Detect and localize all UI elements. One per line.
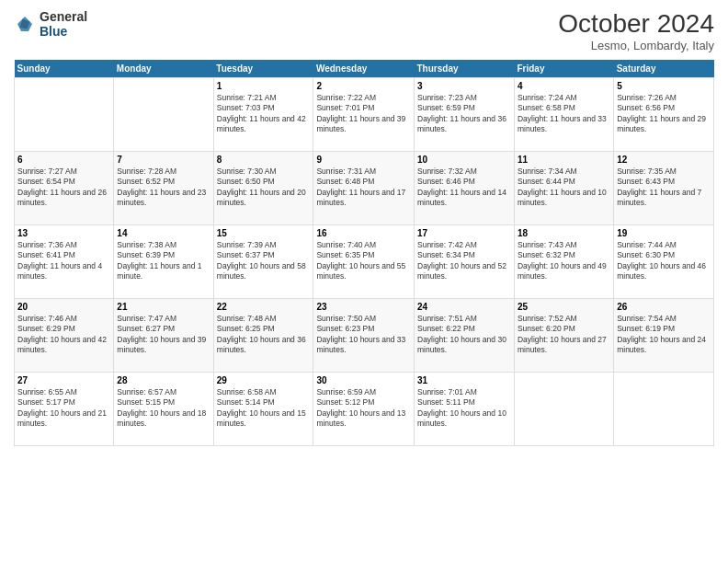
day-info: Sunrise: 7:01 AM Sunset: 5:11 PM Dayligh… xyxy=(417,387,511,430)
calendar-cell xyxy=(15,78,114,152)
day-info: Sunrise: 7:32 AM Sunset: 6:46 PM Dayligh… xyxy=(417,167,511,209)
day-number: 11 xyxy=(518,155,610,165)
day-info: Sunrise: 7:43 AM Sunset: 6:32 PM Dayligh… xyxy=(518,240,610,282)
location: Lesmo, Lombardy, Italy xyxy=(558,39,714,52)
calendar-cell: 31Sunrise: 7:01 AM Sunset: 5:11 PM Dayli… xyxy=(415,373,515,446)
day-number: 6 xyxy=(17,155,110,165)
day-info: Sunrise: 7:42 AM Sunset: 6:34 PM Dayligh… xyxy=(417,240,511,282)
day-info: Sunrise: 7:30 AM Sunset: 6:50 PM Dayligh… xyxy=(217,167,311,209)
calendar-cell: 13Sunrise: 7:36 AM Sunset: 6:41 PM Dayli… xyxy=(15,225,114,299)
day-number: 9 xyxy=(316,155,411,165)
day-number: 2 xyxy=(316,81,411,91)
logo-general: General xyxy=(40,9,87,24)
calendar-cell: 23Sunrise: 7:50 AM Sunset: 6:23 PM Dayli… xyxy=(313,299,415,373)
day-info: Sunrise: 7:38 AM Sunset: 6:39 PM Dayligh… xyxy=(117,240,210,282)
day-number: 16 xyxy=(316,228,411,238)
calendar-cell: 3Sunrise: 7:23 AM Sunset: 6:59 PM Daylig… xyxy=(415,78,515,152)
calendar-cell: 22Sunrise: 7:48 AM Sunset: 6:25 PM Dayli… xyxy=(213,299,313,373)
day-info: Sunrise: 6:58 AM Sunset: 5:14 PM Dayligh… xyxy=(217,387,311,430)
day-number: 24 xyxy=(417,302,511,312)
calendar-cell: 12Sunrise: 7:35 AM Sunset: 6:43 PM Dayli… xyxy=(614,152,714,225)
weekday-header: Wednesday xyxy=(313,60,415,78)
calendar-cell: 11Sunrise: 7:34 AM Sunset: 6:44 PM Dayli… xyxy=(514,152,613,225)
month-title: October 2024 xyxy=(558,9,714,39)
day-number: 3 xyxy=(417,81,511,91)
calendar-table: SundayMondayTuesdayWednesdayThursdayFrid… xyxy=(14,60,714,446)
logo: General Blue xyxy=(14,9,87,39)
weekday-header: Sunday xyxy=(15,60,114,78)
day-number: 29 xyxy=(217,375,311,385)
calendar-week-row: 1Sunrise: 7:21 AM Sunset: 7:03 PM Daylig… xyxy=(15,78,714,152)
day-info: Sunrise: 7:23 AM Sunset: 6:59 PM Dayligh… xyxy=(417,93,511,135)
day-info: Sunrise: 7:28 AM Sunset: 6:52 PM Dayligh… xyxy=(117,167,210,209)
day-info: Sunrise: 7:52 AM Sunset: 6:20 PM Dayligh… xyxy=(518,314,610,356)
day-number: 8 xyxy=(217,155,311,165)
calendar-week-row: 20Sunrise: 7:46 AM Sunset: 6:29 PM Dayli… xyxy=(15,299,714,373)
calendar-cell: 7Sunrise: 7:28 AM Sunset: 6:52 PM Daylig… xyxy=(114,152,213,225)
calendar-cell: 18Sunrise: 7:43 AM Sunset: 6:32 PM Dayli… xyxy=(514,225,613,299)
calendar-cell xyxy=(514,373,613,446)
day-info: Sunrise: 7:46 AM Sunset: 6:29 PM Dayligh… xyxy=(17,314,110,356)
day-number: 31 xyxy=(417,375,511,385)
day-number: 7 xyxy=(117,155,210,165)
calendar-cell: 8Sunrise: 7:30 AM Sunset: 6:50 PM Daylig… xyxy=(213,152,313,225)
weekday-header: Tuesday xyxy=(213,60,313,78)
day-number: 20 xyxy=(17,302,110,312)
calendar-cell: 19Sunrise: 7:44 AM Sunset: 6:30 PM Dayli… xyxy=(614,225,714,299)
day-number: 23 xyxy=(316,302,411,312)
calendar-week-row: 27Sunrise: 6:55 AM Sunset: 5:17 PM Dayli… xyxy=(15,373,714,446)
header: General Blue October 2024 Lesmo, Lombard… xyxy=(14,9,714,52)
calendar-cell: 21Sunrise: 7:47 AM Sunset: 6:27 PM Dayli… xyxy=(114,299,213,373)
calendar-cell: 29Sunrise: 6:58 AM Sunset: 5:14 PM Dayli… xyxy=(213,373,313,446)
day-info: Sunrise: 7:44 AM Sunset: 6:30 PM Dayligh… xyxy=(617,240,711,282)
main-container: General Blue October 2024 Lesmo, Lombard… xyxy=(0,0,728,563)
day-number: 21 xyxy=(117,302,210,312)
calendar-cell: 1Sunrise: 7:21 AM Sunset: 7:03 PM Daylig… xyxy=(213,78,313,152)
day-number: 4 xyxy=(518,81,610,91)
day-info: Sunrise: 7:22 AM Sunset: 7:01 PM Dayligh… xyxy=(316,93,411,135)
calendar-cell: 16Sunrise: 7:40 AM Sunset: 6:35 PM Dayli… xyxy=(313,225,415,299)
weekday-header: Thursday xyxy=(415,60,515,78)
day-number: 13 xyxy=(17,228,110,238)
day-number: 1 xyxy=(217,81,311,91)
calendar-cell xyxy=(614,373,714,446)
day-number: 10 xyxy=(417,155,511,165)
weekday-header-row: SundayMondayTuesdayWednesdayThursdayFrid… xyxy=(15,60,714,78)
calendar-cell: 15Sunrise: 7:39 AM Sunset: 6:37 PM Dayli… xyxy=(213,225,313,299)
day-number: 28 xyxy=(117,375,210,385)
day-info: Sunrise: 7:35 AM Sunset: 6:43 PM Dayligh… xyxy=(617,167,711,209)
day-number: 15 xyxy=(217,228,311,238)
day-number: 19 xyxy=(617,228,711,238)
calendar-cell: 27Sunrise: 6:55 AM Sunset: 5:17 PM Dayli… xyxy=(15,373,114,446)
logo-blue: Blue xyxy=(40,24,87,39)
day-info: Sunrise: 7:24 AM Sunset: 6:58 PM Dayligh… xyxy=(518,93,610,135)
logo-icon xyxy=(14,13,36,35)
day-info: Sunrise: 7:39 AM Sunset: 6:37 PM Dayligh… xyxy=(217,240,311,282)
calendar-week-row: 13Sunrise: 7:36 AM Sunset: 6:41 PM Dayli… xyxy=(15,225,714,299)
title-section: October 2024 Lesmo, Lombardy, Italy xyxy=(558,9,714,52)
calendar-cell: 20Sunrise: 7:46 AM Sunset: 6:29 PM Dayli… xyxy=(15,299,114,373)
calendar-cell: 5Sunrise: 7:26 AM Sunset: 6:56 PM Daylig… xyxy=(614,78,714,152)
day-info: Sunrise: 7:50 AM Sunset: 6:23 PM Dayligh… xyxy=(316,314,411,356)
day-info: Sunrise: 7:40 AM Sunset: 6:35 PM Dayligh… xyxy=(316,240,411,282)
day-info: Sunrise: 6:59 AM Sunset: 5:12 PM Dayligh… xyxy=(316,387,411,430)
day-info: Sunrise: 7:51 AM Sunset: 6:22 PM Dayligh… xyxy=(417,314,511,356)
calendar-cell: 4Sunrise: 7:24 AM Sunset: 6:58 PM Daylig… xyxy=(514,78,613,152)
day-info: Sunrise: 6:55 AM Sunset: 5:17 PM Dayligh… xyxy=(17,387,110,430)
calendar-cell: 14Sunrise: 7:38 AM Sunset: 6:39 PM Dayli… xyxy=(114,225,213,299)
day-number: 30 xyxy=(316,375,411,385)
day-info: Sunrise: 7:48 AM Sunset: 6:25 PM Dayligh… xyxy=(217,314,311,356)
day-number: 17 xyxy=(417,228,511,238)
day-info: Sunrise: 7:36 AM Sunset: 6:41 PM Dayligh… xyxy=(17,240,110,282)
day-number: 14 xyxy=(117,228,210,238)
day-info: Sunrise: 6:57 AM Sunset: 5:15 PM Dayligh… xyxy=(117,387,210,430)
calendar-week-row: 6Sunrise: 7:27 AM Sunset: 6:54 PM Daylig… xyxy=(15,152,714,225)
logo-text: General Blue xyxy=(40,9,87,39)
calendar-cell: 6Sunrise: 7:27 AM Sunset: 6:54 PM Daylig… xyxy=(15,152,114,225)
day-number: 22 xyxy=(217,302,311,312)
calendar-cell: 28Sunrise: 6:57 AM Sunset: 5:15 PM Dayli… xyxy=(114,373,213,446)
calendar-cell: 2Sunrise: 7:22 AM Sunset: 7:01 PM Daylig… xyxy=(313,78,415,152)
calendar-cell: 17Sunrise: 7:42 AM Sunset: 6:34 PM Dayli… xyxy=(415,225,515,299)
day-number: 5 xyxy=(617,81,711,91)
day-info: Sunrise: 7:21 AM Sunset: 7:03 PM Dayligh… xyxy=(217,93,311,135)
